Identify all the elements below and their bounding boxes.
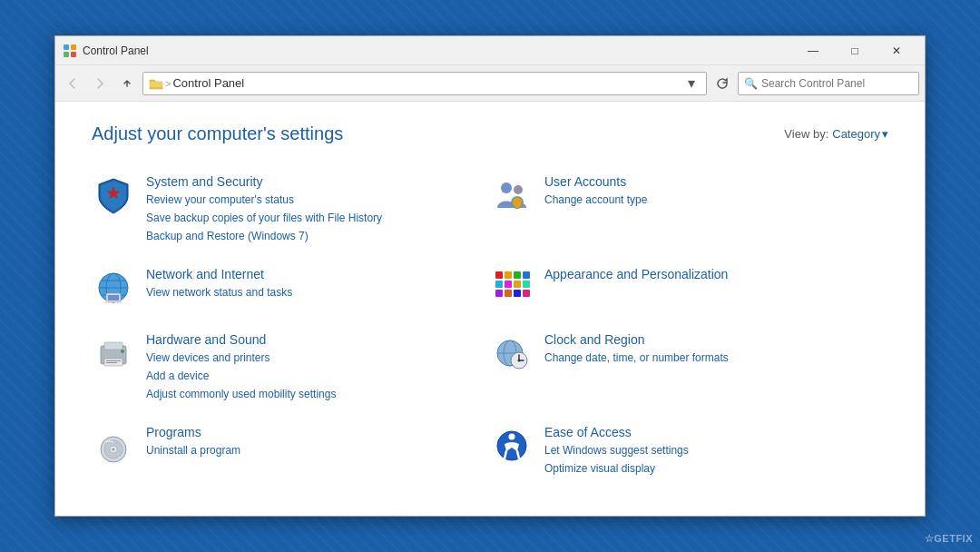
svg-point-44 — [509, 434, 515, 440]
user-accounts-icon — [490, 173, 534, 217]
title-bar: Control Panel — □ ✕ — [55, 36, 925, 65]
clock-region-title[interactable]: Clock and Region — [544, 332, 645, 347]
svg-rect-0 — [64, 44, 69, 50]
network-internet-link-1[interactable]: View network status and tasks — [146, 284, 292, 301]
content-header: Adjust your computer's settings View by:… — [92, 123, 888, 144]
system-security-link-1[interactable]: Review your computer's status — [146, 192, 382, 208]
svg-rect-22 — [495, 290, 503, 297]
clock-region-icon — [490, 331, 534, 375]
svg-rect-16 — [514, 271, 521, 279]
window-title: Control Panel — [83, 44, 792, 57]
programs-icon — [92, 424, 135, 468]
svg-rect-19 — [505, 281, 512, 288]
programs-link-1[interactable]: Uninstall a program — [146, 442, 240, 458]
system-security-link-3[interactable]: Backup and Restore (Windows 7) — [146, 228, 382, 244]
svg-rect-15 — [505, 271, 512, 279]
hardware-sound-text: Hardware and Sound View devices and prin… — [146, 331, 336, 402]
svg-point-4 — [501, 182, 512, 193]
minimize-button[interactable]: — — [792, 36, 834, 65]
category-hardware-sound: Hardware and Sound View devices and prin… — [92, 324, 490, 409]
window-controls: — □ ✕ — [792, 36, 917, 65]
svg-point-5 — [514, 185, 523, 194]
svg-rect-23 — [505, 290, 512, 297]
svg-point-42 — [113, 448, 115, 451]
svg-rect-18 — [495, 281, 503, 288]
ease-access-text: Ease of Access Let Windows suggest setti… — [544, 424, 689, 477]
clock-region-link-1[interactable]: Change date, time, or number formats — [544, 350, 729, 366]
view-by-value-text: Category — [832, 127, 880, 141]
svg-rect-13 — [108, 295, 119, 301]
appearance-icon — [490, 266, 534, 310]
search-icon: 🔍 — [744, 77, 758, 90]
system-security-link-2[interactable]: Save backup copies of your files with Fi… — [146, 210, 382, 226]
search-box[interactable]: 🔍 — [738, 72, 919, 95]
system-security-icon — [92, 173, 135, 217]
address-dropdown-button[interactable]: ▾ — [682, 74, 701, 93]
page-title: Adjust your computer's settings — [92, 123, 343, 144]
breadcrumb: > Control Panel — [149, 76, 244, 91]
view-by-chevron-icon: ▾ — [882, 127, 888, 141]
hardware-sound-icon — [92, 331, 135, 375]
network-internet-text: Network and Internet View network status… — [146, 266, 292, 301]
category-user-accounts: User Accounts Change account type — [490, 166, 888, 251]
refresh-button[interactable] — [710, 72, 734, 95]
hardware-sound-title[interactable]: Hardware and Sound — [146, 332, 266, 347]
svg-rect-20 — [514, 281, 521, 288]
svg-rect-3 — [71, 52, 76, 57]
svg-rect-2 — [64, 52, 69, 57]
up-button[interactable] — [115, 72, 139, 95]
address-bar[interactable]: > Control Panel ▾ — [142, 72, 707, 95]
user-accounts-title[interactable]: User Accounts — [544, 174, 626, 189]
category-appearance: Appearance and Personalization — [490, 259, 888, 317]
search-input[interactable] — [761, 77, 913, 90]
category-clock-region: Clock and Region Change date, time, or n… — [490, 324, 888, 409]
ease-access-title[interactable]: Ease of Access — [544, 425, 632, 439]
programs-text: Programs Uninstall a program — [146, 424, 240, 458]
user-accounts-text: User Accounts Change account type — [544, 173, 647, 208]
network-internet-title[interactable]: Network and Internet — [146, 267, 264, 281]
svg-rect-1 — [71, 44, 76, 50]
window-icon — [63, 44, 77, 58]
svg-rect-14 — [495, 271, 503, 279]
svg-rect-30 — [106, 360, 121, 361]
maximize-button[interactable]: □ — [834, 36, 876, 65]
path-separator: > — [165, 78, 171, 89]
control-panel-window: Control Panel — □ ✕ > Control Pan — [54, 35, 926, 517]
watermark: ☆GETFIX — [925, 533, 973, 545]
svg-point-38 — [518, 360, 521, 362]
svg-point-29 — [121, 350, 124, 353]
content-area: Adjust your computer's settings View by:… — [55, 102, 925, 516]
folder-icon — [149, 76, 163, 91]
nav-bar: > Control Panel ▾ 🔍 — [55, 65, 925, 102]
svg-rect-17 — [523, 271, 530, 279]
category-network-internet: Network and Internet View network status… — [92, 259, 490, 317]
forward-button[interactable] — [88, 72, 112, 95]
svg-rect-21 — [523, 281, 530, 288]
svg-rect-24 — [514, 290, 521, 297]
view-by-dropdown[interactable]: Category ▾ — [832, 127, 888, 141]
ease-access-link-2[interactable]: Optimize visual display — [544, 460, 689, 477]
ease-access-icon — [490, 424, 534, 468]
category-ease-access: Ease of Access Let Windows suggest setti… — [490, 417, 888, 484]
category-programs: Programs Uninstall a program — [92, 417, 490, 484]
hardware-sound-link-1[interactable]: View devices and printers — [146, 350, 336, 366]
appearance-title[interactable]: Appearance and Personalization — [544, 267, 728, 281]
back-button[interactable] — [61, 72, 84, 95]
svg-rect-25 — [523, 290, 530, 297]
category-system-security: System and Security Review your computer… — [92, 166, 490, 251]
close-button[interactable]: ✕ — [876, 36, 917, 65]
programs-title[interactable]: Programs — [146, 425, 201, 439]
system-security-text: System and Security Review your computer… — [146, 173, 382, 244]
system-security-title[interactable]: System and Security — [146, 174, 262, 189]
clock-region-text: Clock and Region Change date, time, or n… — [544, 331, 729, 366]
view-by-control: View by: Category ▾ — [784, 127, 888, 141]
network-internet-icon — [92, 266, 135, 310]
user-accounts-link-1[interactable]: Change account type — [544, 192, 647, 208]
svg-rect-27 — [104, 342, 122, 350]
hardware-sound-link-3[interactable]: Adjust commonly used mobility settings — [146, 386, 336, 402]
categories-grid: System and Security Review your computer… — [92, 166, 888, 491]
view-by-label: View by: — [784, 127, 828, 141]
hardware-sound-link-2[interactable]: Add a device — [146, 368, 336, 384]
svg-rect-31 — [106, 362, 117, 363]
ease-access-link-1[interactable]: Let Windows suggest settings — [544, 442, 689, 458]
